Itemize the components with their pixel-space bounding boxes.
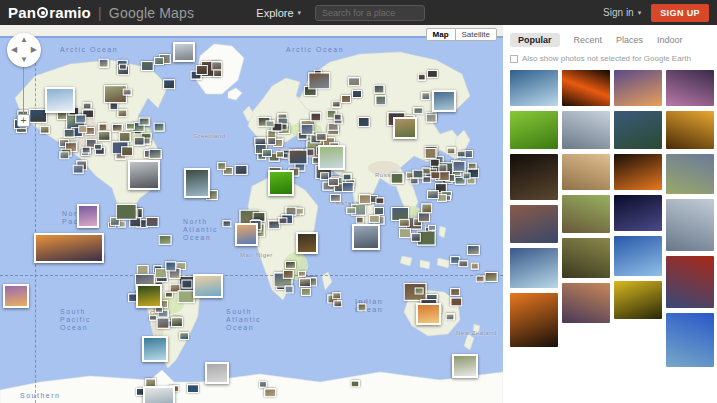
- map-photo-marker[interactable]: [428, 224, 436, 230]
- map-photo-marker[interactable]: [350, 380, 359, 387]
- map-canvas[interactable]: Arctic OceanArctic OceanNorthPacificNort…: [0, 36, 503, 403]
- map-featured-photo-dark-lake[interactable]: [184, 168, 210, 198]
- map-photo-marker[interactable]: [453, 161, 466, 171]
- map-pan-control[interactable]: ▲ ▼ ◀ ▶: [7, 33, 41, 67]
- map-photo-marker[interactable]: [165, 291, 173, 298]
- sidebar-photo-purple-birds[interactable]: [666, 70, 714, 106]
- map-photo-marker[interactable]: [421, 92, 431, 100]
- map-photo-marker[interactable]: [82, 146, 91, 153]
- map-photo-marker[interactable]: [264, 388, 276, 397]
- map-photo-marker[interactable]: [450, 288, 460, 296]
- map-photo-marker[interactable]: [333, 300, 342, 308]
- map-photo-marker[interactable]: [417, 73, 425, 80]
- map-photo-marker[interactable]: [146, 217, 159, 227]
- map-photo-marker[interactable]: [471, 263, 480, 270]
- sidebar-photo-green-field[interactable]: [510, 111, 558, 149]
- map-photo-marker[interactable]: [97, 131, 110, 141]
- sidebar-photo-sunset-rays[interactable]: [614, 154, 662, 190]
- sidebar-photo-trojan-horse[interactable]: [562, 195, 610, 233]
- map-photo-marker[interactable]: [431, 171, 440, 178]
- map-photo-marker[interactable]: [342, 182, 354, 192]
- map-featured-photo-antarctic-ice[interactable]: [143, 386, 175, 403]
- tab-places[interactable]: Places: [616, 35, 643, 45]
- map-photo-marker[interactable]: [468, 163, 477, 170]
- map-photo-marker[interactable]: [98, 59, 109, 68]
- map-photo-marker[interactable]: [424, 148, 437, 158]
- map-featured-photo-outback[interactable]: [416, 303, 441, 325]
- sign-up-button[interactable]: SIGN UP: [651, 4, 709, 22]
- google-earth-filter-checkbox[interactable]: [510, 55, 518, 63]
- map-featured-photo-ocean-sunset-wide[interactable]: [34, 233, 104, 263]
- map-featured-photo-himalaya-gray[interactable]: [352, 224, 380, 250]
- sidebar-photo-ice-cave[interactable]: [510, 70, 558, 106]
- map-photo-marker[interactable]: [78, 126, 88, 134]
- map-photo-marker[interactable]: [462, 173, 471, 180]
- map-photo-marker[interactable]: [283, 270, 294, 278]
- map-featured-photo-arctic-shot[interactable]: [173, 42, 195, 62]
- pan-left-arrow-icon[interactable]: ◀: [11, 46, 17, 54]
- map-photo-marker[interactable]: [116, 204, 136, 220]
- sidebar-photo-village-painting[interactable]: [666, 154, 714, 194]
- search-input[interactable]: [315, 5, 425, 21]
- map-photo-marker[interactable]: [94, 143, 102, 150]
- map-photo-marker[interactable]: [301, 288, 311, 296]
- map-photo-marker[interactable]: [298, 271, 306, 277]
- sidebar-photo-camel-sunset[interactable]: [614, 70, 662, 106]
- map-photo-marker[interactable]: [450, 297, 461, 306]
- map-photo-marker[interactable]: [485, 272, 498, 282]
- map-photo-marker[interactable]: [357, 304, 366, 311]
- map-photo-marker[interactable]: [158, 235, 171, 245]
- map-photo-marker[interactable]: [476, 275, 485, 282]
- map-photo-marker[interactable]: [446, 314, 455, 321]
- map-photo-marker[interactable]: [457, 150, 466, 157]
- map-photo-marker[interactable]: [427, 69, 437, 77]
- map-photo-marker[interactable]: [341, 95, 351, 103]
- sidebar-photo-sepia-tree[interactable]: [562, 154, 610, 190]
- map-photo-marker[interactable]: [446, 148, 455, 155]
- map-featured-photo-iceberg[interactable]: [142, 336, 168, 362]
- map-photo-marker[interactable]: [39, 126, 50, 135]
- map-photo-marker[interactable]: [467, 245, 479, 255]
- map-featured-photo-bird-sunset[interactable]: [3, 284, 29, 308]
- map-photo-marker[interactable]: [75, 114, 86, 123]
- map-photo-marker[interactable]: [73, 165, 84, 174]
- map-featured-photo-gray-peak[interactable]: [205, 362, 229, 384]
- map-photo-marker[interactable]: [267, 137, 277, 145]
- map-photo-marker[interactable]: [359, 194, 371, 204]
- map-photo-marker[interactable]: [177, 290, 194, 304]
- sidebar-photo-blue-rays[interactable]: [614, 236, 662, 276]
- sign-in-menu[interactable]: Sign in ▾: [603, 7, 641, 18]
- map-photo-marker[interactable]: [60, 152, 69, 159]
- tab-recent[interactable]: Recent: [574, 35, 603, 45]
- map-photo-marker[interactable]: [141, 61, 153, 71]
- map-featured-photo-siberia-view[interactable]: [432, 90, 456, 112]
- map-photo-marker[interactable]: [347, 207, 357, 215]
- map-photo-marker[interactable]: [458, 260, 467, 268]
- sidebar-photo-glacier[interactable]: [562, 111, 610, 149]
- tab-popular[interactable]: Popular: [510, 33, 560, 47]
- map-photo-marker[interactable]: [299, 278, 311, 288]
- map-photo-marker[interactable]: [375, 96, 386, 105]
- pan-right-arrow-icon[interactable]: ▶: [31, 46, 37, 54]
- map-photo-marker[interactable]: [301, 124, 314, 134]
- map-featured-photo-jungle-fire[interactable]: [136, 284, 162, 308]
- map-photo-marker[interactable]: [56, 112, 66, 120]
- map-photo-marker[interactable]: [222, 220, 231, 227]
- map-photo-marker[interactable]: [275, 151, 283, 157]
- map-photo-marker[interactable]: [438, 165, 447, 172]
- map-type-map-button[interactable]: Map: [426, 28, 455, 41]
- map-photo-marker[interactable]: [399, 219, 409, 227]
- sidebar-photo-beach-animals[interactable]: [562, 283, 610, 323]
- map-photo-marker[interactable]: [217, 163, 227, 171]
- sidebar-photo-night-monument[interactable]: [614, 195, 662, 231]
- map-photo-marker[interactable]: [333, 114, 342, 121]
- map-photo-marker[interactable]: [262, 148, 272, 156]
- map-photo-marker[interactable]: [415, 288, 424, 295]
- map-photo-marker[interactable]: [332, 101, 341, 108]
- map-photo-marker[interactable]: [187, 384, 199, 394]
- map-photo-marker[interactable]: [109, 102, 118, 109]
- map-photo-marker[interactable]: [328, 178, 338, 186]
- map-photo-marker[interactable]: [118, 110, 127, 117]
- map-type-satellite-button[interactable]: Satellite: [455, 28, 497, 41]
- map-photo-marker[interactable]: [358, 118, 370, 128]
